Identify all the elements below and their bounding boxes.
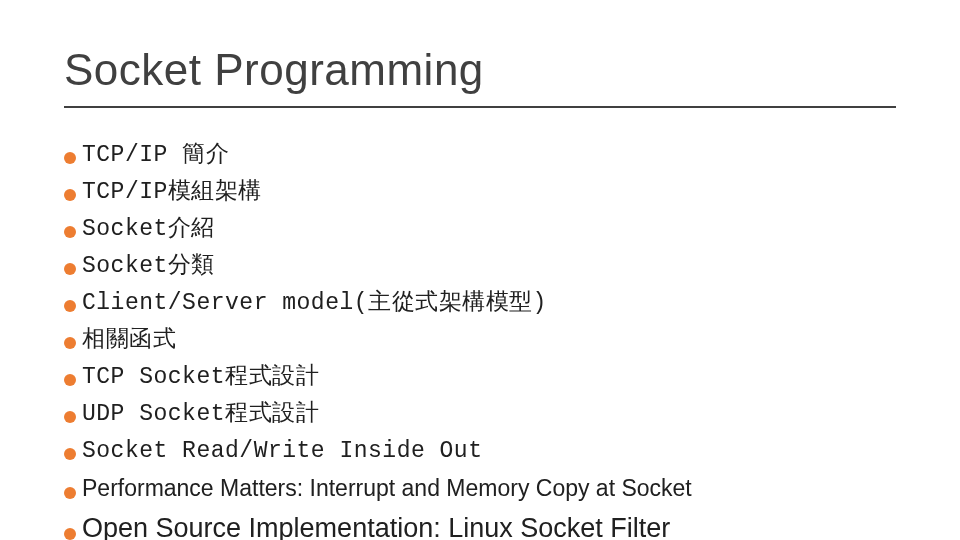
bullet-text: Performance Matters: Interrupt and Memor… bbox=[82, 473, 692, 504]
list-item: TCP/IP模組架構 bbox=[64, 177, 920, 208]
list-item: Socket Read/Write Inside Out bbox=[64, 436, 920, 467]
list-item: Performance Matters: Interrupt and Memor… bbox=[64, 473, 920, 504]
list-item: TCP Socket程式設計 bbox=[64, 362, 920, 393]
bullet-text: Client/Server model(主從式架構模型) bbox=[82, 288, 547, 319]
bullet-icon bbox=[64, 189, 76, 201]
bullet-icon bbox=[64, 448, 76, 460]
title-underline bbox=[64, 106, 896, 108]
slide: Socket Programming TCP/IP 簡介 TCP/IP模組架構 … bbox=[0, 0, 960, 540]
bullet-text: TCP/IP模組架構 bbox=[82, 177, 262, 208]
bullet-icon bbox=[64, 528, 76, 540]
list-item: 相關函式 bbox=[64, 325, 920, 356]
bullet-icon bbox=[64, 337, 76, 349]
bullet-text: UDP Socket程式設計 bbox=[82, 399, 319, 430]
bullet-icon bbox=[64, 263, 76, 275]
bullet-text: 相關函式 bbox=[82, 325, 176, 356]
bullet-icon bbox=[64, 487, 76, 499]
bullet-list: TCP/IP 簡介 TCP/IP模組架構 Socket介紹 Socket分類 C… bbox=[64, 140, 920, 540]
bullet-icon bbox=[64, 226, 76, 238]
bullet-icon bbox=[64, 300, 76, 312]
list-item: Socket分類 bbox=[64, 251, 920, 282]
bullet-text: Socket介紹 bbox=[82, 214, 215, 245]
slide-title: Socket Programming bbox=[64, 45, 896, 96]
title-block: Socket Programming bbox=[64, 45, 896, 108]
bullet-icon bbox=[64, 152, 76, 164]
bullet-icon bbox=[64, 411, 76, 423]
list-item: UDP Socket程式設計 bbox=[64, 399, 920, 430]
bullet-text: TCP/IP 簡介 bbox=[82, 140, 229, 171]
bullet-text: TCP Socket程式設計 bbox=[82, 362, 319, 393]
list-item: Client/Server model(主從式架構模型) bbox=[64, 288, 920, 319]
bullet-icon bbox=[64, 374, 76, 386]
bullet-text: Socket Read/Write Inside Out bbox=[82, 436, 482, 467]
list-item: TCP/IP 簡介 bbox=[64, 140, 920, 171]
list-item: Socket介紹 bbox=[64, 214, 920, 245]
list-item: Open Source Implementation: Linux Socket… bbox=[64, 510, 920, 540]
bullet-text: Socket分類 bbox=[82, 251, 215, 282]
bullet-text: Open Source Implementation: Linux Socket… bbox=[82, 510, 670, 540]
